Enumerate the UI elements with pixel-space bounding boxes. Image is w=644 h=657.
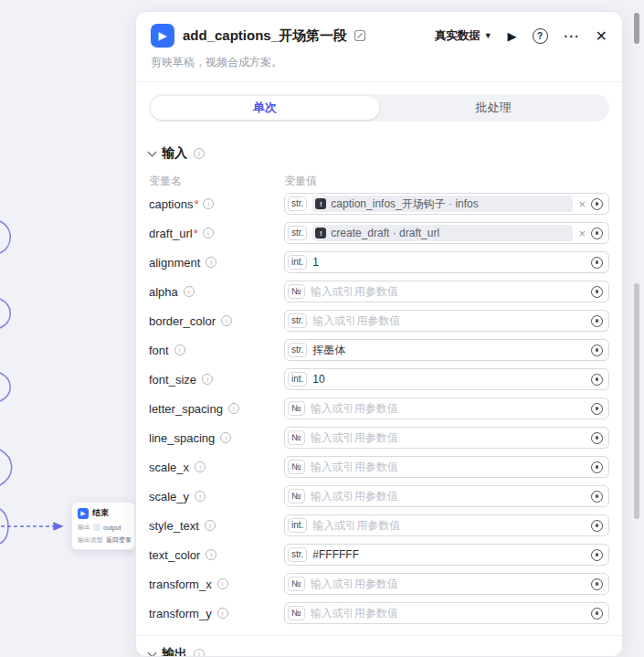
info-icon[interactable]: i: [202, 374, 213, 385]
tab-batch[interactable]: 批处理: [379, 96, 607, 120]
type-badge: №: [288, 284, 305, 299]
param-row: style_text i int.: [149, 511, 609, 540]
ref-chip[interactable]: ! caption_infos_开场钩子 · infos: [312, 196, 573, 212]
info-icon[interactable]: i: [194, 148, 205, 159]
info-icon[interactable]: i: [203, 228, 214, 238]
param-name: font_size: [149, 373, 196, 387]
scrollbar-thumb[interactable]: [634, 13, 639, 44]
param-value-input[interactable]: [311, 578, 586, 590]
param-value-field[interactable]: №: [284, 485, 609, 507]
end-node-row: 输出类型 返回变量: [78, 535, 129, 545]
info-icon[interactable]: i: [217, 608, 228, 619]
info-icon[interactable]: i: [174, 344, 185, 355]
param-value-field[interactable]: str.: [284, 339, 609, 361]
param-name: alpha: [149, 285, 178, 299]
reference-toggle-icon[interactable]: [591, 228, 603, 239]
param-value-input[interactable]: [311, 402, 586, 415]
param-value-field[interactable]: №: [284, 281, 609, 302]
param-value-field[interactable]: №: [284, 456, 609, 478]
param-value-field[interactable]: №: [284, 427, 609, 449]
more-menu-icon[interactable]: ⋯: [564, 26, 580, 46]
param-value-field[interactable]: str.: [284, 310, 609, 332]
info-icon[interactable]: i: [220, 432, 231, 443]
param-value-input[interactable]: [312, 373, 586, 386]
param-value-input[interactable]: [311, 285, 586, 298]
reference-toggle-icon[interactable]: [591, 491, 603, 503]
info-icon[interactable]: i: [217, 578, 228, 589]
param-value-field[interactable]: №: [284, 573, 609, 595]
reference-toggle-icon[interactable]: [591, 403, 603, 415]
param-name: border_color: [149, 314, 216, 328]
output-section-title: 输出: [162, 646, 187, 657]
info-icon[interactable]: i: [203, 198, 214, 209]
chevron-down-icon[interactable]: [148, 648, 157, 657]
param-value-input[interactable]: [312, 519, 586, 532]
mode-tabs: 单次 批处理: [149, 94, 609, 122]
reference-toggle-icon[interactable]: [591, 315, 603, 327]
chevron-down-icon[interactable]: [148, 147, 157, 156]
param-value-input[interactable]: [311, 461, 586, 473]
clear-icon[interactable]: ×: [578, 198, 586, 210]
param-value-input[interactable]: [312, 548, 586, 561]
info-icon[interactable]: i: [194, 649, 205, 657]
end-node[interactable]: ▶ 结束 输出 output 输出类型 返回变量: [71, 502, 135, 550]
param-value-input[interactable]: [312, 314, 586, 327]
node-config-panel: ▶ add_captions_开场第一段 真实数据 ▼ ▶ ? ⋯ ✕ 剪映草稿…: [135, 11, 623, 657]
reference-toggle-icon[interactable]: [591, 257, 603, 269]
rename-icon[interactable]: [354, 29, 366, 42]
param-value-field[interactable]: str.: [284, 544, 609, 566]
param-row: letter_spacing i №: [149, 394, 609, 423]
param-value-field[interactable]: int.: [284, 368, 609, 390]
tab-single-run[interactable]: 单次: [151, 96, 379, 120]
param-row: line_spacing i №: [149, 423, 609, 452]
end-node-row-label: 输出: [78, 523, 90, 532]
clear-icon[interactable]: ×: [578, 228, 586, 239]
block-icon: !: [315, 198, 326, 209]
param-name: scale_x: [149, 461, 189, 474]
info-icon[interactable]: i: [206, 549, 216, 560]
reference-toggle-icon[interactable]: [591, 578, 603, 590]
reference-toggle-icon[interactable]: [591, 461, 603, 473]
param-value-input[interactable]: [312, 256, 586, 269]
info-icon[interactable]: i: [195, 491, 206, 502]
param-value-input[interactable]: [311, 607, 586, 620]
param-value-input[interactable]: [311, 431, 586, 444]
param-name: style_text: [149, 519, 199, 533]
data-mode-dropdown[interactable]: 真实数据 ▼: [435, 28, 492, 44]
param-value-field[interactable]: №: [284, 397, 609, 419]
param-value-field[interactable]: int.: [284, 251, 609, 273]
reference-toggle-icon[interactable]: [591, 520, 603, 532]
reference-toggle-icon[interactable]: [591, 549, 603, 561]
scrollbar-thumb[interactable]: [634, 283, 639, 519]
reference-toggle-icon[interactable]: [591, 286, 603, 298]
param-value-input[interactable]: [311, 490, 586, 503]
reference-toggle-icon[interactable]: [591, 608, 603, 620]
param-row: font_size i int.: [149, 365, 609, 394]
help-button[interactable]: ?: [533, 28, 548, 44]
param-value-field[interactable]: str. ! caption_infos_开场钩子 · infos ×: [284, 193, 609, 215]
data-mode-label: 真实数据: [435, 28, 480, 44]
info-icon[interactable]: i: [228, 403, 239, 414]
param-name: alignment: [149, 256, 200, 270]
reference-toggle-icon[interactable]: [591, 344, 603, 356]
ref-chip[interactable]: ! create_draft · draft_url: [312, 225, 573, 241]
run-button[interactable]: ▶: [508, 29, 517, 43]
info-icon[interactable]: i: [184, 286, 195, 297]
end-node-header: ▶ 结束: [78, 507, 129, 519]
end-node-row-value: 返回变量: [106, 535, 132, 545]
info-icon[interactable]: i: [205, 520, 216, 531]
param-value-input[interactable]: [312, 344, 586, 356]
info-icon[interactable]: i: [206, 257, 216, 268]
reference-toggle-icon[interactable]: [591, 198, 603, 210]
param-name: transform_x: [149, 578, 212, 591]
type-badge: №: [288, 489, 305, 503]
reference-toggle-icon[interactable]: [591, 432, 603, 444]
close-icon[interactable]: ✕: [596, 27, 607, 45]
info-icon[interactable]: i: [195, 461, 206, 472]
info-icon[interactable]: i: [221, 315, 232, 326]
reference-toggle-icon[interactable]: [591, 374, 603, 386]
param-value-field[interactable]: str. ! create_draft · draft_url ×: [284, 222, 609, 244]
param-name: line_spacing: [149, 431, 215, 445]
param-value-field[interactable]: №: [284, 602, 609, 624]
param-value-field[interactable]: int.: [284, 514, 609, 536]
